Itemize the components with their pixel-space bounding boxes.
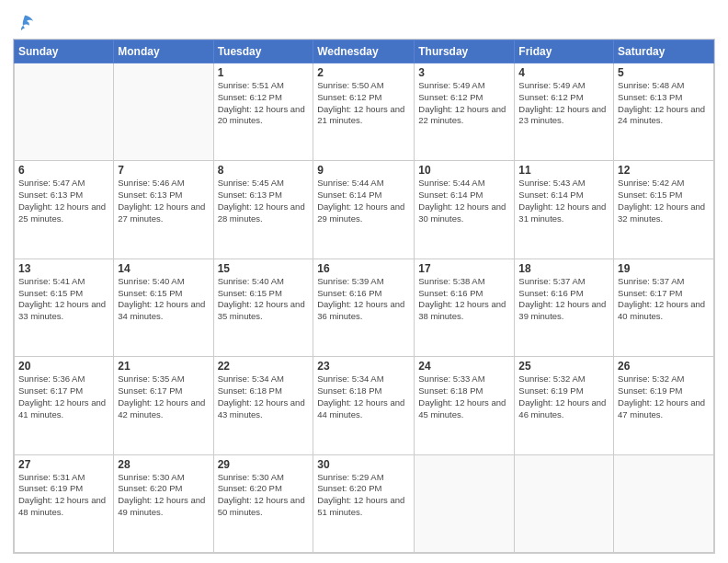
header [13, 9, 715, 33]
day-info: Sunrise: 5:30 AM Sunset: 6:20 PM Dayligh… [118, 472, 209, 519]
day-number: 12 [618, 164, 710, 177]
calendar-cell: 15Sunrise: 5:40 AM Sunset: 6:15 PM Dayli… [213, 259, 313, 356]
day-number: 15 [218, 262, 310, 275]
calendar-week-row: 27Sunrise: 5:31 AM Sunset: 6:19 PM Dayli… [15, 454, 714, 552]
calendar-cell: 7Sunrise: 5:46 AM Sunset: 6:13 PM Daylig… [114, 161, 213, 259]
day-number: 13 [18, 262, 109, 275]
day-info: Sunrise: 5:50 AM Sunset: 6:12 PM Dayligh… [317, 80, 410, 127]
calendar-cell [415, 454, 515, 552]
calendar-cell: 9Sunrise: 5:44 AM Sunset: 6:14 PM Daylig… [313, 161, 415, 259]
day-number: 26 [618, 360, 710, 373]
day-of-week-header: Saturday [614, 40, 714, 63]
day-info: Sunrise: 5:36 AM Sunset: 6:17 PM Dayligh… [18, 373, 109, 420]
day-number: 16 [317, 262, 410, 275]
day-number: 8 [218, 164, 310, 177]
day-number: 27 [18, 458, 109, 471]
day-number: 23 [317, 360, 410, 373]
day-number: 28 [118, 458, 209, 471]
day-number: 21 [118, 360, 209, 373]
calendar-cell: 11Sunrise: 5:43 AM Sunset: 6:14 PM Dayli… [515, 161, 614, 259]
day-info: Sunrise: 5:41 AM Sunset: 6:15 PM Dayligh… [18, 276, 109, 323]
day-number: 4 [518, 66, 609, 79]
calendar-week-row: 6Sunrise: 5:47 AM Sunset: 6:13 PM Daylig… [15, 161, 714, 259]
day-info: Sunrise: 5:37 AM Sunset: 6:16 PM Dayligh… [518, 276, 609, 323]
calendar-week-row: 1Sunrise: 5:51 AM Sunset: 6:12 PM Daylig… [15, 63, 714, 161]
calendar-cell: 16Sunrise: 5:39 AM Sunset: 6:16 PM Dayli… [313, 259, 415, 356]
calendar-cell: 17Sunrise: 5:38 AM Sunset: 6:16 PM Dayli… [415, 259, 515, 356]
calendar-cell: 25Sunrise: 5:32 AM Sunset: 6:19 PM Dayli… [515, 357, 614, 454]
day-number: 30 [317, 458, 410, 471]
calendar-week-row: 13Sunrise: 5:41 AM Sunset: 6:15 PM Dayli… [15, 259, 714, 356]
calendar-cell: 13Sunrise: 5:41 AM Sunset: 6:15 PM Dayli… [15, 259, 114, 356]
calendar-cell: 10Sunrise: 5:44 AM Sunset: 6:14 PM Dayli… [415, 161, 515, 259]
day-number: 5 [618, 66, 710, 79]
day-info: Sunrise: 5:47 AM Sunset: 6:13 PM Dayligh… [18, 178, 109, 224]
calendar: SundayMondayTuesdayWednesdayThursdayFrid… [13, 39, 715, 554]
day-number: 20 [18, 360, 109, 373]
day-number: 2 [317, 66, 410, 79]
day-number: 29 [218, 458, 310, 471]
logo [13, 13, 35, 33]
calendar-cell: 14Sunrise: 5:40 AM Sunset: 6:15 PM Dayli… [114, 259, 213, 356]
day-info: Sunrise: 5:40 AM Sunset: 6:15 PM Dayligh… [118, 276, 209, 323]
calendar-cell: 8Sunrise: 5:45 AM Sunset: 6:13 PM Daylig… [213, 161, 313, 259]
calendar-cell: 28Sunrise: 5:30 AM Sunset: 6:20 PM Dayli… [114, 454, 213, 552]
calendar-cell: 29Sunrise: 5:30 AM Sunset: 6:20 PM Dayli… [213, 454, 313, 552]
day-info: Sunrise: 5:29 AM Sunset: 6:20 PM Dayligh… [317, 472, 410, 519]
day-number: 9 [317, 164, 410, 177]
day-number: 19 [618, 262, 710, 275]
day-info: Sunrise: 5:35 AM Sunset: 6:17 PM Dayligh… [118, 373, 209, 420]
day-info: Sunrise: 5:44 AM Sunset: 6:14 PM Dayligh… [418, 178, 510, 224]
day-info: Sunrise: 5:37 AM Sunset: 6:17 PM Dayligh… [618, 276, 710, 323]
calendar-cell: 24Sunrise: 5:33 AM Sunset: 6:18 PM Dayli… [415, 357, 515, 454]
day-number: 14 [118, 262, 209, 275]
calendar-cell: 18Sunrise: 5:37 AM Sunset: 6:16 PM Dayli… [515, 259, 614, 356]
day-info: Sunrise: 5:33 AM Sunset: 6:18 PM Dayligh… [418, 373, 510, 420]
calendar-cell [515, 454, 614, 552]
calendar-header-row: SundayMondayTuesdayWednesdayThursdayFrid… [15, 40, 714, 63]
day-number: 22 [218, 360, 310, 373]
day-info: Sunrise: 5:31 AM Sunset: 6:19 PM Dayligh… [18, 472, 109, 519]
calendar-cell: 6Sunrise: 5:47 AM Sunset: 6:13 PM Daylig… [15, 161, 114, 259]
logo-bird-icon [15, 13, 35, 33]
calendar-cell: 19Sunrise: 5:37 AM Sunset: 6:17 PM Dayli… [614, 259, 714, 356]
day-number: 3 [418, 66, 510, 79]
calendar-cell: 20Sunrise: 5:36 AM Sunset: 6:17 PM Dayli… [15, 357, 114, 454]
day-info: Sunrise: 5:45 AM Sunset: 6:13 PM Dayligh… [218, 178, 310, 224]
calendar-cell: 3Sunrise: 5:49 AM Sunset: 6:12 PM Daylig… [415, 63, 515, 161]
calendar-cell [15, 63, 114, 161]
day-info: Sunrise: 5:32 AM Sunset: 6:19 PM Dayligh… [518, 373, 609, 420]
day-number: 18 [518, 262, 609, 275]
day-of-week-header: Wednesday [313, 40, 415, 63]
day-info: Sunrise: 5:51 AM Sunset: 6:12 PM Dayligh… [218, 80, 310, 127]
calendar-cell: 4Sunrise: 5:49 AM Sunset: 6:12 PM Daylig… [515, 63, 614, 161]
day-info: Sunrise: 5:30 AM Sunset: 6:20 PM Dayligh… [218, 472, 310, 519]
day-number: 6 [18, 164, 109, 177]
day-info: Sunrise: 5:49 AM Sunset: 6:12 PM Dayligh… [518, 80, 609, 127]
day-of-week-header: Sunday [15, 40, 114, 63]
day-info: Sunrise: 5:42 AM Sunset: 6:15 PM Dayligh… [618, 178, 710, 224]
day-number: 17 [418, 262, 510, 275]
day-info: Sunrise: 5:38 AM Sunset: 6:16 PM Dayligh… [418, 276, 510, 323]
day-of-week-header: Tuesday [213, 40, 313, 63]
calendar-cell: 1Sunrise: 5:51 AM Sunset: 6:12 PM Daylig… [213, 63, 313, 161]
day-number: 10 [418, 164, 510, 177]
day-of-week-header: Friday [515, 40, 614, 63]
day-info: Sunrise: 5:40 AM Sunset: 6:15 PM Dayligh… [218, 276, 310, 323]
calendar-cell [614, 454, 714, 552]
day-info: Sunrise: 5:34 AM Sunset: 6:18 PM Dayligh… [317, 373, 410, 420]
calendar-cell: 26Sunrise: 5:32 AM Sunset: 6:19 PM Dayli… [614, 357, 714, 454]
day-info: Sunrise: 5:48 AM Sunset: 6:13 PM Dayligh… [618, 80, 710, 127]
day-info: Sunrise: 5:49 AM Sunset: 6:12 PM Dayligh… [418, 80, 510, 127]
calendar-week-row: 20Sunrise: 5:36 AM Sunset: 6:17 PM Dayli… [15, 357, 714, 454]
day-info: Sunrise: 5:43 AM Sunset: 6:14 PM Dayligh… [518, 178, 609, 224]
day-of-week-header: Monday [114, 40, 213, 63]
day-number: 25 [518, 360, 609, 373]
day-info: Sunrise: 5:32 AM Sunset: 6:19 PM Dayligh… [618, 373, 710, 420]
day-info: Sunrise: 5:46 AM Sunset: 6:13 PM Dayligh… [118, 178, 209, 224]
day-number: 24 [418, 360, 510, 373]
calendar-cell: 23Sunrise: 5:34 AM Sunset: 6:18 PM Dayli… [313, 357, 415, 454]
day-number: 7 [118, 164, 209, 177]
day-number: 1 [218, 66, 310, 79]
calendar-cell: 12Sunrise: 5:42 AM Sunset: 6:15 PM Dayli… [614, 161, 714, 259]
